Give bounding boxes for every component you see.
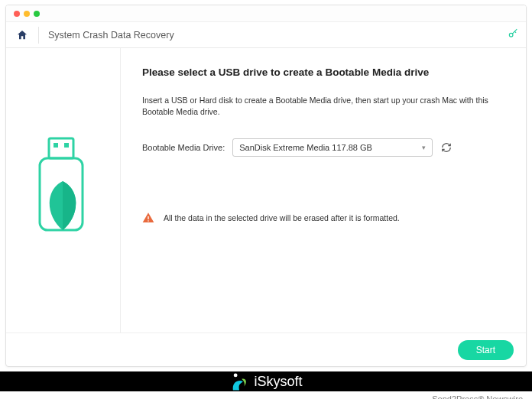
svg-rect-3 <box>64 143 69 148</box>
selected-drive-value: SanDisk Extreme Media 117.88 GB <box>239 143 372 152</box>
brand-name: iSkysoft <box>254 374 302 390</box>
brand-strip: iSkysoft <box>0 371 532 391</box>
svg-point-7 <box>234 373 238 377</box>
svg-rect-5 <box>148 216 148 219</box>
home-icon <box>16 29 28 41</box>
license-key-button[interactable] <box>508 28 518 41</box>
usb-drive-illustration <box>29 137 98 244</box>
main-panel: Please select a USB drive to create a Bo… <box>121 48 526 332</box>
svg-rect-1 <box>49 138 73 158</box>
refresh-icon <box>441 142 452 153</box>
main-heading: Please select a USB drive to create a Bo… <box>142 66 504 78</box>
chevron-down-icon: ▾ <box>422 144 426 151</box>
mac-titlebar <box>6 5 526 22</box>
home-button[interactable] <box>14 27 31 44</box>
header-divider <box>38 27 39 44</box>
bootable-drive-select[interactable]: SanDisk Extreme Media 117.88 GB ▾ <box>232 138 433 157</box>
app-header: System Crash Data Recovery <box>6 22 526 48</box>
refresh-drives-button[interactable] <box>440 141 453 154</box>
iskysoft-logo-icon <box>229 371 249 391</box>
key-icon <box>508 28 518 39</box>
app-footer: Start <box>6 332 526 366</box>
credit-text: Send2Press® Newswire <box>432 394 523 399</box>
window-minimize-dot[interactable] <box>24 11 30 17</box>
instruction-text: Insert a USB or Hard disk to create a Bo… <box>142 95 504 117</box>
svg-rect-2 <box>54 143 58 148</box>
page-title: System Crash Data Recovery <box>48 30 174 41</box>
image-credit: Send2Press® Newswire <box>0 391 532 399</box>
start-button[interactable]: Start <box>458 340 514 360</box>
warning-text: All the data in the selected drive will … <box>164 213 400 222</box>
warning-icon <box>142 212 154 224</box>
window-zoom-dot[interactable] <box>34 11 40 17</box>
drive-label: Bootable Media Drive: <box>142 143 225 152</box>
svg-rect-6 <box>148 221 148 222</box>
sidebar-illustration-panel <box>6 48 121 332</box>
window-close-dot[interactable] <box>14 11 20 17</box>
